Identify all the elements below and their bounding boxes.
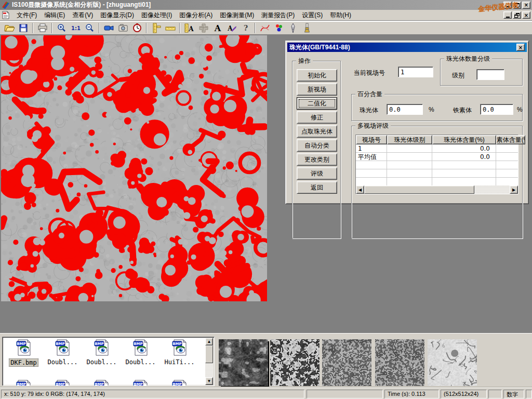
table-cell-1-0[interactable]: 平均值 bbox=[356, 153, 383, 161]
zoom-out-icon-button[interactable] bbox=[83, 22, 96, 34]
file-item-partial-3[interactable]: BMP bbox=[121, 380, 160, 386]
file-item-partial-4[interactable]: BMP bbox=[160, 380, 199, 386]
ferrite-percent-input[interactable] bbox=[480, 104, 513, 115]
ruler-icon-button[interactable] bbox=[164, 22, 177, 34]
text-label-icon-button[interactable]: A bbox=[211, 22, 224, 34]
file-scroll-down-button[interactable]: ▼ bbox=[205, 377, 213, 385]
mdi-restore-button[interactable] bbox=[513, 11, 521, 19]
scroll-thumb[interactable] bbox=[364, 185, 474, 194]
table-header-3[interactable]: 铁素体含量(%) bbox=[496, 135, 525, 144]
svg-text:BMP: BMP bbox=[17, 342, 25, 346]
scroll-right-button[interactable]: ▶ bbox=[510, 185, 518, 194]
thumbnail-5[interactable] bbox=[428, 339, 477, 386]
op-button-6[interactable]: 更改类别 bbox=[297, 153, 337, 166]
file-list-scrollbar[interactable]: ▲ ▼ bbox=[205, 338, 214, 385]
minimize-button[interactable] bbox=[503, 2, 512, 9]
scroll-left-button[interactable]: ◀ bbox=[356, 185, 364, 194]
pen-tool-icon bbox=[287, 23, 299, 33]
maximize-button[interactable] bbox=[513, 2, 521, 9]
current-field-label: 当前视场号 bbox=[354, 69, 385, 77]
menu-item-8[interactable]: 设置(S) bbox=[298, 10, 326, 21]
measure-text-icon-button[interactable]: A bbox=[183, 22, 196, 34]
file-item-partial-2[interactable]: BMP bbox=[82, 380, 121, 386]
svg-text:BMP: BMP bbox=[56, 382, 64, 386]
table-header-0[interactable]: 视场号 bbox=[356, 135, 387, 144]
op-button-0[interactable]: 初始化 bbox=[297, 69, 337, 82]
toolbar-separator bbox=[255, 23, 256, 33]
close-button[interactable]: × bbox=[522, 2, 530, 9]
save-icon-button[interactable] bbox=[17, 22, 30, 34]
status-panel-0: x: 510 y: 79 idx: 0 RGB: (174, 174, 174) bbox=[1, 390, 304, 398]
dialog-title: 珠光体(GB/T9441-88) bbox=[289, 43, 350, 52]
current-field-input[interactable] bbox=[398, 66, 433, 77]
file-item-2[interactable]: BMPDoubl... bbox=[82, 339, 121, 366]
open-icon-button[interactable] bbox=[3, 22, 16, 34]
video-camera-icon-button[interactable] bbox=[102, 22, 115, 34]
pearlite-percent-input[interactable] bbox=[387, 104, 423, 115]
actual-size-icon-button[interactable]: 1:1 bbox=[69, 22, 82, 34]
menu-item-1[interactable]: 编辑(E) bbox=[41, 10, 69, 21]
grade-label: 级别 bbox=[452, 71, 464, 80]
menu-item-0[interactable]: 文件(F) bbox=[13, 10, 41, 21]
table-cell-1-2[interactable]: 0.0 bbox=[432, 153, 492, 161]
menu-item-3[interactable]: 图像显示(D) bbox=[97, 10, 138, 21]
op-button-8[interactable]: 返回 bbox=[297, 181, 337, 194]
op-button-5[interactable]: 自动分类 bbox=[297, 139, 337, 152]
table-header-2[interactable]: 珠光体含量(%) bbox=[432, 135, 496, 144]
thumbnail-2[interactable] bbox=[270, 339, 320, 386]
file-item-0[interactable]: BMPDKF.bmp bbox=[4, 339, 43, 367]
op-button-3[interactable]: 修正 bbox=[297, 111, 337, 124]
file-scroll-thumb[interactable] bbox=[205, 345, 213, 363]
table-body[interactable]: 10.0平均值0.0 bbox=[356, 144, 518, 185]
op-button-7[interactable]: 评级 bbox=[297, 167, 337, 180]
menu-item-4[interactable]: 图像处理(I) bbox=[138, 10, 176, 21]
print-icon bbox=[37, 23, 48, 33]
file-browser[interactable]: ▲ ▼ BMPDKF.bmpBMPDoubl...BMPDoubl...BMPD… bbox=[2, 337, 215, 386]
measure-text-icon: A bbox=[184, 23, 195, 33]
pearlite-percent-sign: % bbox=[429, 106, 434, 113]
thumbnail-4[interactable] bbox=[375, 339, 424, 386]
menu-item-6[interactable]: 图像测量(M) bbox=[216, 10, 258, 21]
merge-tool-icon-button[interactable] bbox=[197, 22, 210, 34]
menu-item-2[interactable]: 查看(V) bbox=[69, 10, 97, 21]
pen-tool-icon-button[interactable] bbox=[286, 22, 299, 34]
annotate-icon-button[interactable]: A bbox=[225, 22, 238, 34]
photo-camera-icon-button[interactable] bbox=[116, 22, 129, 34]
timer-icon-button[interactable] bbox=[130, 22, 143, 34]
mdi-minimize-button[interactable] bbox=[503, 11, 512, 19]
dialog-title-bar[interactable]: 珠光体(GB/T9441-88) × bbox=[287, 43, 527, 52]
particle-classify-icon-button[interactable] bbox=[272, 22, 285, 34]
file-item-partial-0[interactable]: BMP bbox=[4, 380, 43, 386]
menu-item-5[interactable]: 图像分析(A) bbox=[176, 10, 216, 21]
bmp-file-icon: BMP bbox=[4, 380, 43, 386]
file-item-3[interactable]: BMPDoubl... bbox=[121, 339, 160, 366]
menu-item-7[interactable]: 测量报告(P) bbox=[258, 10, 298, 21]
menu-item-9[interactable]: 帮助(H) bbox=[326, 10, 355, 21]
svg-text:BMP: BMP bbox=[172, 382, 181, 386]
table-cell-0-0[interactable]: 1 bbox=[356, 144, 383, 153]
file-item-4[interactable]: BMPHuiTi... bbox=[160, 339, 199, 366]
table-h-scrollbar[interactable]: ◀ ▶ bbox=[356, 185, 518, 194]
thumbnail-1[interactable] bbox=[219, 339, 268, 386]
print-icon-button[interactable] bbox=[36, 22, 49, 34]
file-item-partial-1[interactable]: BMP bbox=[43, 380, 82, 386]
dialog-close-button[interactable]: × bbox=[516, 44, 525, 51]
op-button-2[interactable]: 二值化 bbox=[297, 97, 337, 110]
specimen-image-canvas[interactable] bbox=[1, 35, 267, 301]
grade-input[interactable] bbox=[476, 69, 504, 80]
file-scroll-up-button[interactable]: ▲ bbox=[205, 338, 213, 345]
help-icon-button[interactable]: ? bbox=[239, 22, 252, 34]
caliper-icon-button[interactable] bbox=[150, 22, 163, 34]
status-panel-2: Time (s): 0.113 bbox=[384, 390, 439, 398]
op-button-1[interactable]: 新视场 bbox=[297, 83, 337, 96]
mdi-close-button[interactable]: × bbox=[522, 11, 530, 19]
table-header-1[interactable]: 珠光体级别 bbox=[387, 135, 432, 144]
table-cell-0-2[interactable]: 0.0 bbox=[432, 144, 492, 153]
op-button-4[interactable]: 点取珠光体 bbox=[297, 125, 337, 138]
brush-tool-icon-button[interactable] bbox=[300, 22, 313, 34]
spline-tool-icon-button[interactable] bbox=[258, 22, 271, 34]
multi-field-table[interactable]: 视场号珠光体级别珠光体含量(%)铁素体含量(%) 10.0平均值0.0 ◀ ▶ bbox=[355, 135, 518, 194]
zoom-in-icon-button[interactable] bbox=[55, 22, 68, 34]
thumbnail-3[interactable] bbox=[322, 339, 371, 386]
file-item-1[interactable]: BMPDoubl... bbox=[43, 339, 82, 366]
